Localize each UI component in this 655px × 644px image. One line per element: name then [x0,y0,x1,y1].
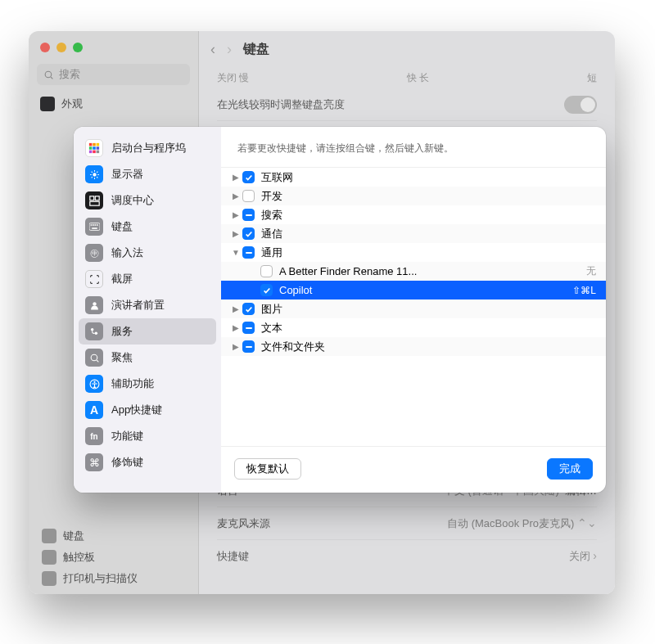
checkbox[interactable] [242,227,255,240]
checkbox[interactable] [242,246,255,259]
menu-item-app[interactable]: AApp快捷键 [79,397,216,423]
svg-rect-18 [94,224,96,226]
menu-item-disp[interactable]: 显示器 [79,161,216,187]
menu-item-label: 服务 [111,324,133,339]
tree-row[interactable]: Copilot⇧⌘L [221,281,606,299]
checkbox[interactable] [242,322,255,334]
tree-row[interactable]: ▶开发 [221,187,606,205]
menu-item-serv[interactable]: 服务 [79,318,216,345]
disclosure-triangle[interactable]: ▶ [229,229,242,238]
disclosure-triangle[interactable]: ▶ [229,342,242,351]
checkbox[interactable] [242,190,255,202]
menu-item-kb[interactable]: 键盘 [79,214,216,240]
svg-point-22 [91,328,94,331]
sidebar-item-label: 打印机与扫描仪 [63,571,138,586]
svg-point-11 [93,173,96,176]
close-window-button[interactable] [40,43,50,52]
shortcut-label[interactable]: 无 [580,264,596,278]
screen-icon [85,270,103,288]
input-icon: ㊥ [85,244,103,262]
sidebar-item-printers[interactable]: 打印机与扫描仪 [37,568,192,589]
reset-defaults-button[interactable]: 恢复默认 [234,458,301,480]
svg-rect-12 [89,196,93,200]
tree-label: 文本 [261,321,590,336]
tree-row[interactable]: ▶文本 [221,318,606,337]
tree-row[interactable]: ▶互联网 [221,168,606,187]
svg-rect-17 [93,224,94,226]
header: ‹ › 键盘 [199,31,615,67]
menu-item-label: 演讲者前置 [111,298,165,313]
shortcut-row-button[interactable]: 关闭 › [569,549,597,564]
done-button[interactable]: 完成 [547,458,593,480]
back-button[interactable]: ‹ [210,41,215,58]
checkbox[interactable] [260,284,273,296]
sidebar-item-trackpad[interactable]: 触控板 [37,547,192,568]
slider-label-mid: 快 长 [407,71,429,85]
menu-item-label: 辅助功能 [111,376,154,391]
svg-point-21 [93,302,96,305]
services-tree: ▶互联网▶开发▶搜索▶通信▼通用A Better Finder Rename 1… [221,167,606,446]
menu-item-label: 键盘 [111,219,133,234]
menu-item-mod[interactable]: ⌘修饰键 [79,449,216,475]
svg-rect-4 [97,143,100,146]
svg-rect-7 [97,146,100,150]
menu-item-mc[interactable]: 调度中心 [79,187,216,214]
dim-toggle[interactable] [564,96,597,114]
slider-label-right: 短 [587,71,597,85]
svg-point-24 [91,354,97,361]
menu-item-input[interactable]: ㊥输入法 [79,240,216,266]
disclosure-triangle[interactable]: ▶ [229,323,242,332]
chevron-right-icon: › [593,549,597,562]
launch-icon [85,139,103,157]
tree-label: 通用 [261,245,590,260]
checkbox[interactable] [242,209,255,221]
checkbox[interactable] [242,303,255,315]
sidebar-item-label: 键盘 [63,529,84,543]
mic-select[interactable]: 自动 (MacBook Pro麦克风) ⌃⌄ [447,516,597,531]
menu-item-focus[interactable]: 聚焦 [79,345,216,371]
minimize-window-button[interactable] [56,43,66,52]
checkbox[interactable] [242,171,255,183]
disclosure-triangle[interactable]: ▶ [229,191,242,200]
menu-item-label: App快捷键 [111,403,162,417]
sidebar-item-keyboard[interactable]: 键盘 [37,525,192,547]
checkbox[interactable] [242,340,255,353]
search-placeholder: 搜索 [59,67,80,82]
zoom-window-button[interactable] [73,43,83,52]
slider-label-left: 关闭 慢 [217,71,249,85]
menu-item-fn[interactable]: fn功能键 [79,423,216,449]
menu-item-screen[interactable]: 截屏 [79,266,216,292]
menu-item-label: 启动台与程序坞 [111,141,186,155]
checkbox[interactable] [260,265,273,277]
disclosure-triangle[interactable]: ▶ [229,210,242,219]
tree-row[interactable]: ▶图片 [221,299,606,318]
menu-item-pres[interactable]: 演讲者前置 [79,292,216,318]
forward-button[interactable]: › [227,41,232,58]
serv-icon [85,322,103,340]
svg-rect-8 [89,151,93,154]
disclosure-triangle[interactable]: ▶ [229,304,242,313]
tree-row[interactable]: ▶文件和文件夹 [221,337,606,356]
sheet-sidebar: 启动台与程序坞显示器调度中心键盘㊥输入法截屏演讲者前置服务聚焦辅助功能AApp快… [74,127,221,493]
popup-icon: ⌃⌄ [577,516,597,529]
shortcut-label[interactable]: ⇧⌘L [566,285,596,296]
mic-label: 麦克风来源 [217,516,270,531]
menu-item-launch[interactable]: 启动台与程序坞 [79,135,216,161]
trackpad-icon [42,550,56,565]
tree-label: 搜索 [261,208,590,223]
tree-row[interactable]: A Better Finder Rename 11...无 [221,262,606,281]
menu-item-acc[interactable]: 辅助功能 [79,371,216,397]
tree-label: 文件和文件夹 [261,340,590,354]
tree-row[interactable]: ▶搜索 [221,205,606,224]
sidebar-bottom-group: 键盘 触控板 打印机与扫描仪 [37,525,192,589]
menu-item-label: 截屏 [111,272,133,286]
svg-rect-15 [89,223,100,231]
search-input[interactable]: 搜索 [37,64,190,85]
disclosure-triangle[interactable]: ▶ [229,173,242,182]
kb-icon [85,218,103,236]
sidebar-item[interactable]: 外观 [35,93,192,115]
tree-row[interactable]: ▼通用 [221,243,606,262]
svg-line-25 [97,360,98,362]
disclosure-triangle[interactable]: ▼ [229,248,242,257]
tree-row[interactable]: ▶通信 [221,224,606,243]
